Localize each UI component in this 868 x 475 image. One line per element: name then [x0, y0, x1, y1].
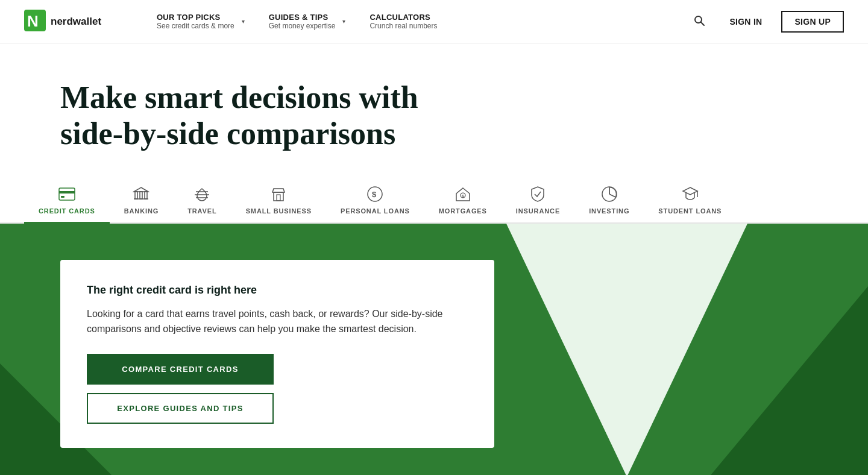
tab-investing[interactable]: INVESTING: [574, 176, 644, 224]
hero-heading-line2: side-by-side comparisons: [60, 116, 395, 151]
nav-guides-tips[interactable]: GUIDES & TIPS Get money expertise ▾: [257, 0, 358, 43]
small-business-icon: [270, 186, 287, 203]
card-heading: The right credit card is right here: [87, 284, 468, 297]
nav-calculators-subtitle: Crunch real numbers: [370, 22, 437, 30]
logo-area[interactable]: N nerdwallet: [24, 10, 121, 34]
svg-rect-10: [140, 192, 142, 199]
svg-rect-5: [59, 188, 75, 200]
tab-credit-cards[interactable]: CREDIT CARDS: [24, 176, 110, 224]
chevron-down-icon: ▾: [242, 18, 245, 25]
nav-guides-title: GUIDES & TIPS: [269, 13, 336, 22]
tab-student-loans-label: STUDENT LOANS: [658, 207, 722, 215]
category-tabs: CREDIT CARDS BANKING TRAVEL: [0, 176, 868, 224]
tab-investing-label: INVESTING: [589, 207, 629, 215]
header-actions: SIGN IN SIGN UP: [688, 10, 844, 33]
tab-travel-label: TRAVEL: [187, 207, 216, 215]
nav-calculators-title: CALCULATORS: [370, 13, 437, 22]
tab-mortgages[interactable]: $ MORTGAGES: [424, 176, 502, 224]
svg-rect-6: [59, 191, 75, 193]
compare-credit-cards-button[interactable]: COMPARE CREDIT CARDS: [87, 354, 274, 385]
credit-cards-icon: [58, 186, 75, 203]
tab-insurance-label: INSURANCE: [516, 207, 560, 215]
investing-icon: [601, 186, 618, 203]
svg-rect-13: [274, 192, 283, 201]
tab-student-loans[interactable]: STUDENT LOANS: [644, 176, 736, 224]
svg-line-4: [701, 22, 705, 26]
chevron-down-icon-2: ▾: [342, 18, 345, 25]
tab-small-business-label: SMALL BUSINESS: [246, 207, 312, 215]
svg-text:$: $: [372, 190, 377, 199]
dark-triangle-shape: [669, 272, 868, 475]
mortgages-icon: $: [454, 186, 471, 203]
explore-guides-button[interactable]: EXPLORE GUIDES AND TIPS: [87, 393, 274, 424]
svg-marker-8: [134, 187, 148, 192]
signin-button[interactable]: SIGN IN: [720, 12, 772, 31]
tab-small-business[interactable]: SMALL BUSINESS: [231, 176, 326, 224]
tab-personal-loans[interactable]: $ PERSONAL LOANS: [326, 176, 424, 224]
hero-heading-line1: Make smart decisions with: [60, 80, 418, 115]
tab-insurance[interactable]: INSURANCE: [502, 176, 574, 224]
signup-button[interactable]: SIGN UP: [781, 11, 844, 33]
svg-text:nerdwallet: nerdwallet: [51, 16, 101, 27]
tab-mortgages-label: MORTGAGES: [439, 207, 487, 215]
svg-rect-9: [135, 192, 137, 199]
header: N nerdwallet OUR TOP PICKS See credit ca…: [0, 0, 868, 43]
main-nav: OUR TOP PICKS See credit cards & more ▾ …: [145, 0, 688, 43]
svg-marker-22: [683, 187, 697, 195]
nav-guides-subtitle: Get money expertise: [269, 22, 336, 30]
student-loans-icon: [682, 186, 699, 203]
search-icon: [693, 14, 705, 27]
svg-text:$: $: [462, 194, 465, 199]
light-triangle-shape: [506, 224, 747, 475]
hero-section: Make smart decisions with side-by-side c…: [0, 43, 868, 176]
tab-banking-label: BANKING: [124, 207, 159, 215]
green-section: The right credit card is right here Look…: [0, 224, 868, 475]
search-button[interactable]: [688, 10, 710, 33]
svg-line-21: [609, 194, 615, 197]
svg-text:N: N: [27, 12, 39, 30]
content-card: The right credit card is right here Look…: [60, 260, 494, 448]
nav-top-picks-title: OUR TOP PICKS: [157, 13, 234, 22]
svg-rect-7: [61, 196, 64, 198]
hero-heading: Make smart decisions with side-by-side c…: [60, 80, 422, 152]
nav-calculators[interactable]: CALCULATORS Crunch real numbers: [357, 0, 449, 43]
tab-credit-cards-label: CREDIT CARDS: [39, 207, 95, 215]
nav-top-picks[interactable]: OUR TOP PICKS See credit cards & more ▾: [145, 0, 257, 43]
card-body-text: Looking for a card that earns travel poi…: [87, 306, 468, 337]
svg-rect-14: [277, 195, 280, 201]
banking-icon: [133, 186, 149, 203]
tab-personal-loans-label: PERSONAL LOANS: [341, 207, 410, 215]
travel-icon: [193, 186, 210, 203]
personal-loans-icon: $: [366, 186, 383, 203]
nav-top-picks-subtitle: See credit cards & more: [157, 22, 234, 30]
svg-rect-11: [145, 192, 147, 199]
insurance-icon: [529, 186, 546, 203]
tab-banking[interactable]: BANKING: [110, 176, 174, 224]
tab-travel[interactable]: TRAVEL: [173, 176, 231, 224]
